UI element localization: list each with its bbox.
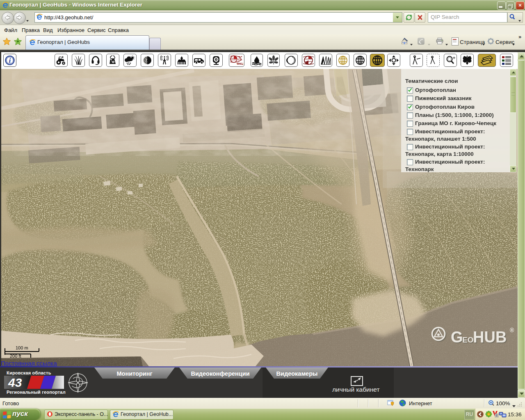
svg-text:i: i xyxy=(9,57,11,64)
svg-text:HUB: HUB xyxy=(473,329,507,346)
svg-text:EO: EO xyxy=(462,336,473,344)
svg-text:G: G xyxy=(451,329,463,346)
svg-text:®: ® xyxy=(510,327,514,333)
svg-text:ФКЦ: ФКЦ xyxy=(237,62,243,66)
